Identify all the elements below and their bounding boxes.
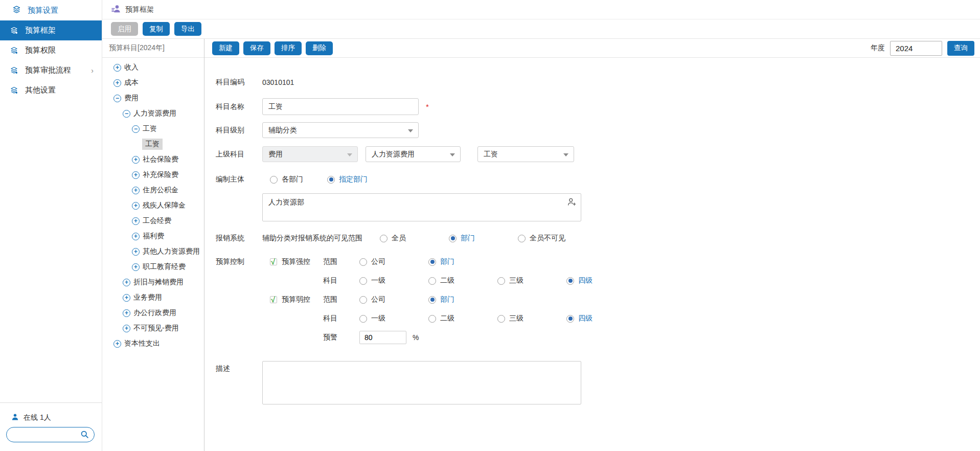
checkbox-checked-icon bbox=[270, 258, 277, 265]
radio-option-level2[interactable]: 二级 bbox=[428, 314, 497, 323]
tree-item-selected[interactable]: 工资 bbox=[102, 137, 204, 152]
department-box[interactable]: 人力资源部 bbox=[262, 193, 581, 221]
tree-item[interactable]: 费用 bbox=[102, 91, 204, 106]
subject-name-input[interactable] bbox=[262, 98, 419, 115]
form-toolbar: 新建 保存 排序 删除 年度 查询 bbox=[204, 39, 980, 58]
radio-selected-icon bbox=[428, 296, 436, 304]
sidebar-item-budget-approval-flow[interactable]: 预算审批流程 › bbox=[0, 60, 102, 80]
tree-item[interactable]: 资本性支出 bbox=[102, 336, 204, 351]
tree-item[interactable]: 住房公积金 bbox=[102, 183, 204, 198]
reimburse-row: 报销系统 辅助分类对报销系统的可见范围 全员 部门 全员不可见 bbox=[216, 234, 980, 243]
radio-option-department[interactable]: 部门 bbox=[449, 234, 518, 243]
parent-subject-select-level3[interactable]: 工资 bbox=[477, 146, 574, 162]
radio-icon bbox=[428, 277, 436, 285]
radio-option-each-department[interactable]: 各部门 bbox=[262, 175, 327, 184]
expand-plus-icon[interactable] bbox=[123, 309, 130, 317]
expand-plus-icon[interactable] bbox=[132, 263, 140, 271]
tree-item[interactable]: 办公行政费用 bbox=[102, 305, 204, 321]
tree-item[interactable]: 其他人力资源费用 bbox=[102, 244, 204, 259]
subject-tree-panel: 预算科目[2024年] 收入 成本 费用 人力资源费用 工资 工资 社会保险费 … bbox=[102, 39, 204, 451]
collapse-minus-icon[interactable] bbox=[132, 125, 140, 133]
sidebar-item-other-settings[interactable]: 其他设置 bbox=[0, 80, 102, 100]
search-icon[interactable] bbox=[80, 430, 89, 441]
tree-item[interactable]: 收入 bbox=[102, 60, 204, 75]
collapse-minus-icon[interactable] bbox=[113, 95, 121, 102]
radio-selected-icon bbox=[566, 315, 574, 323]
description-textarea[interactable] bbox=[262, 361, 581, 404]
expand-plus-icon[interactable] bbox=[123, 279, 130, 286]
radio-icon bbox=[428, 315, 436, 323]
radio-option-level2[interactable]: 二级 bbox=[428, 276, 497, 285]
expand-plus-icon[interactable] bbox=[123, 325, 130, 332]
subject-level-select[interactable]: 辅助分类 bbox=[262, 122, 419, 138]
top-toolbar: 启用 复制 导出 bbox=[102, 19, 980, 39]
sort-button[interactable]: 排序 bbox=[275, 41, 302, 55]
radio-option-level1[interactable]: 一级 bbox=[359, 314, 428, 323]
department-box-row: 人力资源部 bbox=[216, 193, 980, 221]
expand-plus-icon[interactable] bbox=[113, 79, 121, 87]
radio-option-level3[interactable]: 三级 bbox=[497, 276, 566, 285]
sidebar-item-budget-permission[interactable]: 预算权限 bbox=[0, 40, 102, 60]
enable-button[interactable]: 启用 bbox=[111, 22, 138, 36]
tree-item[interactable]: 工会经费 bbox=[102, 213, 204, 229]
expand-plus-icon[interactable] bbox=[132, 217, 140, 225]
tree-item[interactable]: 补充保险费 bbox=[102, 167, 204, 183]
expand-plus-icon[interactable] bbox=[113, 340, 121, 348]
add-user-icon[interactable] bbox=[567, 197, 576, 208]
expand-plus-icon[interactable] bbox=[132, 187, 140, 194]
weak-control-checkbox[interactable]: 预算弱控 bbox=[262, 295, 323, 304]
radio-option-everyone[interactable]: 全员 bbox=[380, 234, 449, 243]
radio-option-level3[interactable]: 三级 bbox=[497, 314, 566, 323]
radio-option-level1[interactable]: 一级 bbox=[359, 276, 428, 285]
radio-option-department[interactable]: 部门 bbox=[428, 257, 454, 266]
expand-plus-icon[interactable] bbox=[123, 294, 130, 302]
expand-plus-icon[interactable] bbox=[113, 64, 121, 72]
radio-option-department[interactable]: 部门 bbox=[428, 295, 454, 304]
tree-item[interactable]: 折旧与摊销费用 bbox=[102, 275, 204, 290]
delete-button[interactable]: 删除 bbox=[306, 41, 333, 55]
save-button[interactable]: 保存 bbox=[243, 41, 270, 55]
radio-option-level4[interactable]: 四级 bbox=[566, 276, 592, 285]
tree-item[interactable]: 业务费用 bbox=[102, 290, 204, 305]
scope-label: 范围 bbox=[323, 257, 359, 266]
online-label: 在线 1人 bbox=[24, 413, 51, 422]
radio-option-company[interactable]: 公司 bbox=[359, 257, 428, 266]
year-input[interactable] bbox=[890, 41, 942, 56]
expand-plus-icon[interactable] bbox=[132, 233, 140, 240]
reimburse-hint: 辅助分类对报销系统的可见范围 bbox=[262, 234, 380, 243]
radio-option-designated-department[interactable]: 指定部门 bbox=[327, 175, 368, 184]
tree-item[interactable]: 残疾人保障金 bbox=[102, 198, 204, 213]
copy-button[interactable]: 复制 bbox=[143, 22, 170, 36]
sidebar-header-budget-settings[interactable]: 预算设置 bbox=[0, 0, 102, 20]
export-button[interactable]: 导出 bbox=[174, 22, 201, 36]
main-area: 预算框架 启用 复制 导出 预算科目[2024年] 收入 成本 费用 人力资源费… bbox=[102, 0, 980, 451]
tree-item[interactable]: 工资 bbox=[102, 121, 204, 137]
radio-icon bbox=[359, 258, 367, 266]
radio-option-level4[interactable]: 四级 bbox=[566, 314, 592, 323]
reimburse-label: 报销系统 bbox=[216, 234, 262, 243]
radio-option-invisible-to-all[interactable]: 全员不可见 bbox=[518, 234, 565, 243]
tree-item[interactable]: 职工教育经费 bbox=[102, 259, 204, 275]
parent-subject-select-level2[interactable]: 人力资源费用 bbox=[366, 146, 461, 162]
tree-panel-title: 预算科目[2024年] bbox=[102, 39, 204, 58]
collapse-minus-icon[interactable] bbox=[123, 110, 130, 118]
expand-plus-icon[interactable] bbox=[132, 156, 140, 164]
radio-option-company[interactable]: 公司 bbox=[359, 295, 428, 304]
tree-item[interactable]: 人力资源费用 bbox=[102, 106, 204, 121]
warn-threshold-input[interactable] bbox=[359, 331, 406, 344]
expand-plus-icon[interactable] bbox=[132, 171, 140, 179]
sidebar-nav: 预算框架 预算权限 预算审批流程 › 其他设置 bbox=[0, 20, 102, 100]
tree-item[interactable]: 社会保险费 bbox=[102, 152, 204, 167]
expand-plus-icon[interactable] bbox=[132, 202, 140, 210]
subject-code-row: 科目编码 03010101 bbox=[216, 74, 980, 91]
tree-item[interactable]: 成本 bbox=[102, 75, 204, 91]
subject-code-value: 03010101 bbox=[262, 78, 294, 86]
new-button[interactable]: 新建 bbox=[212, 41, 239, 55]
tree-item[interactable]: 福利费 bbox=[102, 229, 204, 244]
strong-control-checkbox[interactable]: 预算强控 bbox=[262, 257, 323, 266]
expand-plus-icon[interactable] bbox=[132, 248, 140, 256]
sidebar-item-budget-framework[interactable]: 预算框架 bbox=[0, 20, 102, 40]
parent-subject-select-level1: 费用 bbox=[262, 146, 358, 162]
tree-item[interactable]: 不可预见-费用 bbox=[102, 321, 204, 336]
query-button[interactable]: 查询 bbox=[947, 41, 974, 56]
